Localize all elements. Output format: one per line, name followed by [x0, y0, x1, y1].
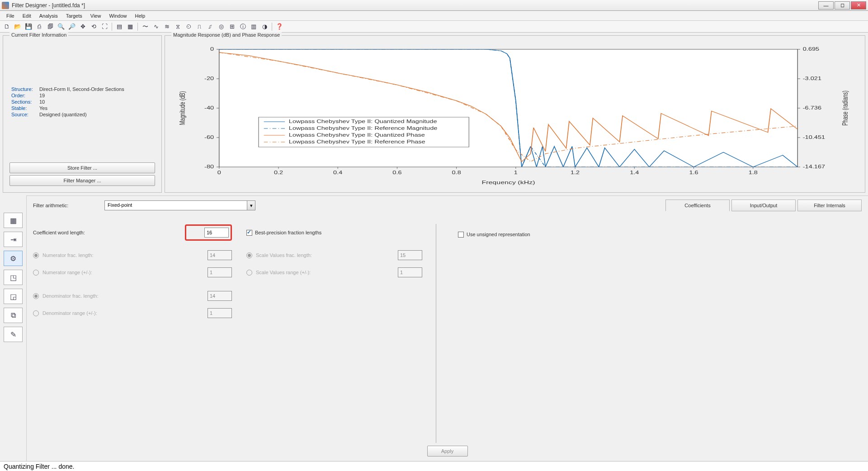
impulse-icon[interactable]: ⎍: [194, 22, 204, 32]
svg-text:1: 1: [514, 170, 518, 175]
zoom-in-icon[interactable]: 🔍: [56, 22, 66, 32]
chevron-down-icon[interactable]: ▾: [247, 201, 255, 210]
sidetab-import[interactable]: ⇥: [4, 232, 23, 247]
menu-window[interactable]: Window: [105, 12, 130, 19]
menu-view[interactable]: View: [87, 12, 105, 19]
groupdelay-icon[interactable]: ⧖: [173, 22, 183, 32]
menu-file[interactable]: File: [3, 12, 18, 19]
numerator-denominator-row: Denominator frac. length:: [33, 287, 232, 304]
close-button[interactable]: ✕: [851, 1, 866, 10]
svg-text:-10.451: -10.451: [803, 135, 825, 140]
separator: [112, 23, 112, 31]
unsigned-repr-checkbox[interactable]: [458, 232, 464, 238]
maximize-button[interactable]: ◻: [835, 1, 850, 10]
filter-info-row: Stable:Yes: [11, 105, 153, 111]
menu-analysis[interactable]: Analysis: [36, 12, 61, 19]
svg-text:1.6: 1.6: [689, 170, 698, 175]
svg-text:-6.736: -6.736: [803, 105, 821, 110]
cascade-icon[interactable]: ▦: [125, 22, 135, 32]
scale-values-row: Scale Values range (+/-):: [246, 264, 422, 281]
status-bar: Quantizing Filter ... done.: [0, 461, 868, 471]
coeff-word-length-label: Coefficient word length:: [33, 230, 203, 235]
coeff-word-length-input[interactable]: [204, 228, 229, 238]
open-icon[interactable]: 📂: [13, 22, 23, 32]
sidetab-code[interactable]: ✎: [4, 327, 23, 342]
svg-text:Frequency (kHz): Frequency (kHz): [481, 180, 535, 185]
new-icon[interactable]: 🗋: [2, 22, 12, 32]
sidetab-transform[interactable]: ◲: [4, 289, 23, 304]
svg-text:1.4: 1.4: [630, 170, 639, 175]
tab-input-output[interactable]: Input/Output: [731, 200, 796, 211]
step-icon[interactable]: ⎎: [205, 22, 215, 32]
polezero-icon[interactable]: ◎: [216, 22, 226, 32]
scale-values-input: [398, 267, 422, 277]
svg-text:0.8: 0.8: [452, 170, 461, 175]
scale-values-label: Scale Values range (+/-):: [256, 270, 398, 275]
unsigned-repr-label: Use unsigned representation: [467, 232, 530, 237]
svg-text:Magnitude (dB): Magnitude (dB): [179, 91, 186, 125]
filter-arithmetic-select[interactable]: Fixed-point ▾: [104, 200, 255, 210]
filter-info-value: 19: [39, 93, 45, 98]
filter-manager-button[interactable]: Filter Manager ...: [9, 175, 155, 186]
sidetab-design[interactable]: ▦: [4, 213, 23, 228]
tab-coefficients[interactable]: Coefficients: [665, 200, 730, 211]
print-preview-icon[interactable]: 🗐: [45, 22, 55, 32]
sidetab-realize[interactable]: ◳: [4, 270, 23, 285]
numerator-denominator-row: Numerator range (+/-):: [33, 264, 232, 281]
sidetab-multirate[interactable]: ⧉: [4, 308, 23, 323]
separator: [137, 23, 138, 31]
menu-help[interactable]: Help: [132, 12, 149, 19]
fullview-icon[interactable]: ⛶: [99, 22, 109, 32]
svg-text:-3.021: -3.021: [803, 76, 821, 81]
numerator-denominator-input: [208, 308, 232, 318]
numerator-denominator-label: Denominator range (+/-):: [42, 310, 208, 316]
filter-info-row: Structure:Direct-Form II, Second-Order S…: [11, 86, 153, 92]
tab-filter-internals[interactable]: Filter Internals: [797, 200, 862, 211]
apply-button[interactable]: Apply: [427, 446, 468, 457]
menu-targets[interactable]: Targets: [62, 12, 86, 19]
status-text: Quantizing Filter ... done.: [4, 463, 74, 470]
svg-text:Lowpass Chebyshev Type II: Ref: Lowpass Chebyshev Type II: Reference Pha…: [289, 139, 425, 144]
filter-info-value: Designed (quantized): [39, 112, 87, 117]
separator: [272, 23, 272, 31]
minimize-button[interactable]: —: [818, 1, 834, 10]
phase-icon[interactable]: ∿: [151, 22, 161, 32]
numerator-denominator-label: Numerator range (+/-):: [42, 270, 208, 275]
numerator-denominator-input: [208, 250, 232, 260]
svg-text:Lowpass Chebyshev Type II: Qua: Lowpass Chebyshev Type II: Quantized Pha…: [289, 133, 425, 138]
svg-text:0.695: 0.695: [803, 47, 819, 52]
tile-icon[interactable]: ▤: [114, 22, 124, 32]
filter-info-heading: Current Filter Information: [9, 32, 68, 38]
zoom-out-icon[interactable]: 🔎: [67, 22, 77, 32]
numerator-denominator-input: [208, 291, 232, 301]
info-icon[interactable]: ⓘ: [238, 22, 248, 32]
print-icon[interactable]: ⎙: [34, 22, 44, 32]
sidetab-quantize[interactable]: ⚙: [4, 251, 23, 266]
filter-icon[interactable]: ▥: [249, 22, 259, 32]
window-title: Filter Designer - [untitled.fda *]: [12, 2, 818, 9]
best-precision-checkbox[interactable]: [246, 230, 252, 236]
round-icon[interactable]: ◑: [259, 22, 269, 32]
svg-text:0: 0: [210, 47, 214, 52]
numerator-denominator-radio: [33, 270, 39, 276]
filter-info-row: Order:19: [11, 93, 153, 98]
svg-text:Lowpass Chebyshev Type II: Ref: Lowpass Chebyshev Type II: Reference Mag…: [289, 126, 438, 131]
coeff-icon[interactable]: ⊞: [227, 22, 237, 32]
filter-info-row: Source:Designed (quantized): [11, 112, 153, 117]
phase-delay-icon[interactable]: ⏲: [184, 22, 193, 32]
help-icon[interactable]: ❓: [274, 22, 284, 32]
pan-icon[interactable]: ✥: [78, 22, 88, 32]
plot-area[interactable]: 00.20.40.60.811.21.41.61.80-20-40-60-800…: [173, 43, 857, 188]
save-icon[interactable]: 💾: [24, 22, 33, 32]
coeff-word-length-highlight: [185, 224, 232, 241]
side-tabs: ▦ ⇥ ⚙ ◳ ◲ ⧉ ✎: [0, 195, 26, 461]
magnitude-icon[interactable]: 〜: [140, 22, 150, 32]
menu-edit[interactable]: Edit: [19, 12, 35, 19]
filter-info-label: Structure:: [11, 86, 39, 92]
svg-text:-80: -80: [204, 164, 214, 169]
store-filter-button[interactable]: Store Filter ...: [9, 162, 155, 173]
magphase-icon[interactable]: ≋: [162, 22, 172, 32]
numerator-denominator-label: Denominator frac. length:: [42, 293, 208, 299]
svg-text:-60: -60: [204, 135, 214, 140]
reset-zoom-icon[interactable]: ⟲: [89, 22, 99, 32]
